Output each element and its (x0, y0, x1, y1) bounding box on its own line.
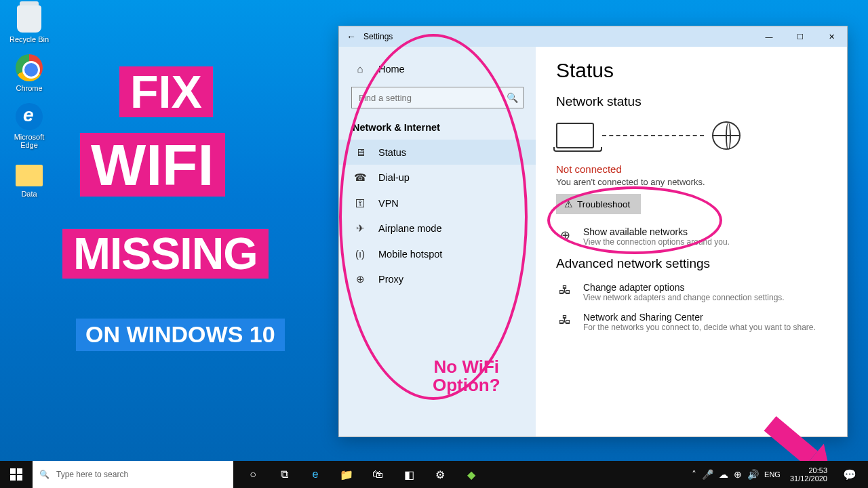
sidebar-item-label: VPN (378, 198, 399, 209)
sidebar-item-status[interactable]: 🖥 Status (339, 140, 536, 165)
overlay-missing: MISSING (62, 229, 269, 279)
sharing-icon: 🖧 (556, 312, 574, 327)
titlebar: ← Settings — ☐ ✕ (339, 26, 847, 47)
tray-chevron-up-icon[interactable]: ˄ (692, 469, 696, 480)
taskbar-edge[interactable]: e (300, 461, 331, 488)
window-title: Settings (363, 32, 393, 41)
link-subtitle: View network adapters and change connect… (583, 293, 785, 302)
taskbar: 🔍 Type here to search ○ ⧉ e 📁 🛍 ◧ ⚙ ◆ ˄ … (0, 461, 868, 488)
connection-line (602, 135, 704, 136)
link-title: Change adapter options (583, 282, 785, 293)
chrome-icon (16, 54, 43, 81)
settings-window: ← Settings — ☐ ✕ ⌂ Home 🔍 Network & Inte… (338, 26, 848, 437)
sidebar-item-label: Mobile hotspot (378, 249, 442, 260)
desktop-icon-label: Chrome (5, 84, 53, 92)
edge-icon (16, 103, 43, 130)
dialup-icon: ☎ (353, 171, 368, 184)
desktop-icon-chrome[interactable]: Chrome (5, 53, 53, 92)
show-networks-link[interactable]: ⊕ Show available networks View the conne… (556, 226, 827, 247)
taskbar-search[interactable]: 🔍 Type here to search (33, 461, 233, 488)
not-connected-block: Not connected You aren't connected to an… (556, 163, 827, 214)
tray-onedrive-icon[interactable]: ☁ (719, 469, 728, 480)
search-input[interactable] (352, 93, 501, 103)
link-subtitle: View the connection options around you. (583, 237, 730, 247)
home-icon: ⌂ (353, 63, 368, 75)
not-connected-subtitle: You aren't connected to any networks. (556, 177, 827, 187)
maximize-button[interactable]: ☐ (785, 26, 816, 47)
back-button[interactable]: ← (339, 31, 363, 42)
desktop-icon-data-folder[interactable]: Data (5, 159, 53, 198)
minimize-button[interactable]: — (753, 26, 785, 47)
airplane-icon: ✈ (353, 222, 368, 235)
folder-icon (16, 165, 43, 186)
sidebar-category: Network & Internet (339, 113, 536, 140)
taskbar-explorer[interactable]: 📁 (331, 461, 362, 488)
status-icon: 🖥 (353, 146, 368, 158)
laptop-icon (556, 123, 594, 148)
desktop-icon-recycle-bin[interactable]: Recycle Bin (5, 4, 53, 43)
tray-network-icon[interactable]: ⊕ (734, 469, 742, 480)
tray-mic-icon[interactable]: 🎤 (702, 469, 713, 480)
settings-search[interactable]: 🔍 (351, 87, 524, 108)
sharing-center-link[interactable]: 🖧 Network and Sharing Center For the net… (556, 312, 827, 332)
tray-language[interactable]: ENG (764, 470, 781, 479)
globe-icon (712, 121, 741, 150)
settings-main: Status Network status Not connected You … (536, 47, 847, 436)
tray-clock[interactable]: 20:53 31/12/2020 (786, 466, 831, 483)
sidebar-item-label: Proxy (378, 274, 403, 285)
close-button[interactable]: ✕ (816, 26, 847, 47)
overlay-fix: FIX (119, 66, 213, 117)
start-button[interactable] (0, 461, 33, 488)
desktop-icon-edge[interactable]: Microsoft Edge (5, 102, 53, 149)
desktop-icon-label: Recycle Bin (5, 35, 53, 43)
desktop-icons: Recycle Bin Chrome Microsoft Edge Data (5, 4, 53, 207)
troubleshoot-button[interactable]: ⚠Troubleshoot (556, 194, 641, 214)
taskbar-settings[interactable]: ⚙ (425, 461, 456, 488)
desktop-icon-label: Microsoft Edge (5, 133, 53, 149)
taskbar-search-placeholder: Type here to search (56, 470, 128, 479)
action-center-icon[interactable]: 💬 (837, 461, 863, 488)
page-title: Status (556, 59, 827, 82)
taskbar-app2[interactable]: ◆ (456, 461, 487, 488)
sidebar-item-label: Status (378, 147, 406, 158)
overlay-wifi: WIFI (80, 133, 225, 197)
cortana-icon[interactable]: ○ (237, 461, 269, 488)
sidebar-item-dialup[interactable]: ☎ Dial-up (339, 165, 536, 190)
sidebar-item-hotspot[interactable]: (ı) Mobile hotspot (339, 241, 536, 266)
taskbar-pinned: ○ ⧉ e 📁 🛍 ◧ ⚙ ◆ (237, 461, 487, 488)
network-diagram (556, 121, 827, 150)
sidebar-home[interactable]: ⌂ Home (339, 56, 536, 81)
taskbar-app1[interactable]: ◧ (393, 461, 425, 488)
warning-icon: ⚠ (564, 199, 573, 209)
proxy-icon: ⊕ (353, 273, 368, 285)
search-icon: 🔍 (39, 470, 50, 479)
task-view-icon[interactable]: ⧉ (269, 461, 300, 488)
desktop-icon-label: Data (5, 190, 53, 198)
windows-logo-icon (10, 468, 22, 481)
sidebar-item-vpn[interactable]: ⚿ VPN (339, 190, 536, 216)
search-icon: 🔍 (501, 92, 523, 103)
adapter-options-link[interactable]: 🖧 Change adapter options View network ad… (556, 282, 827, 302)
link-title: Show available networks (583, 226, 730, 237)
section-network-status: Network status (556, 94, 827, 109)
tray-volume-icon[interactable]: 🔊 (747, 469, 759, 480)
overlay-onwindows: ON WINDOWS 10 (76, 319, 285, 351)
advanced-header: Advanced network settings (556, 256, 827, 271)
sidebar-item-proxy[interactable]: ⊕ Proxy (339, 266, 536, 292)
vpn-icon: ⚿ (353, 197, 368, 209)
sidebar-item-airplane[interactable]: ✈ Airplane mode (339, 216, 536, 241)
sidebar-item-label: Dial-up (378, 172, 410, 183)
not-connected-title: Not connected (556, 163, 827, 175)
taskbar-store[interactable]: 🛍 (362, 461, 393, 488)
link-subtitle: For the networks you connect to, decide … (583, 323, 816, 332)
sidebar-item-label: Airplane mode (378, 223, 442, 234)
link-title: Network and Sharing Center (583, 312, 816, 323)
recycle-bin-icon (17, 5, 41, 33)
hotspot-icon: (ı) (353, 248, 368, 260)
system-tray: ˄ 🎤 ☁ ⊕ 🔊 ENG 20:53 31/12/2020 💬 (692, 461, 868, 488)
adapter-icon: 🖧 (556, 282, 574, 298)
sidebar-home-label: Home (378, 64, 405, 75)
annotation-nowifi: No WiFiOption? (433, 358, 500, 395)
globe-small-icon: ⊕ (556, 226, 574, 243)
